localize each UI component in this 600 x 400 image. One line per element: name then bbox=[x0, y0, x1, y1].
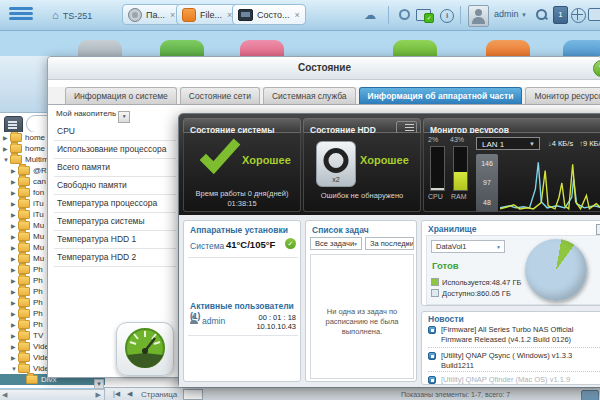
metric-row[interactable]: Температура HDD 2 bbox=[54, 249, 176, 267]
prev-page-icon[interactable]: ◀ bbox=[127, 390, 132, 398]
tab-0[interactable]: Информация о системе bbox=[65, 87, 177, 104]
expand-icon[interactable]: ▶ bbox=[3, 145, 10, 152]
expand-icon[interactable]: ▼ bbox=[3, 157, 10, 163]
news-item[interactable]: [Utility] QNAP Qfinder (Mac OS) v1.1.9 bbox=[428, 375, 600, 385]
resource-monitor-panel: Монитор ресурсов 2% CPU 43% RAM LAN 1 ▼ bbox=[423, 118, 600, 212]
expand-icon[interactable]: ▶ bbox=[11, 178, 18, 185]
desktop-app-icon[interactable] bbox=[486, 40, 530, 56]
list-status-text: Показаны элементы: 1-7, всего: 7 bbox=[401, 391, 510, 398]
tab-4[interactable]: Монитор ресурсов bbox=[525, 87, 600, 104]
expand-icon[interactable]: ▼ bbox=[11, 366, 18, 372]
folder-icon bbox=[18, 177, 30, 186]
folder-name: Mu bbox=[33, 254, 44, 263]
scroll-left-icon[interactable]: ◀ bbox=[2, 391, 7, 399]
expand-icon[interactable]: ▶ bbox=[11, 211, 18, 218]
main-menu-icon[interactable] bbox=[9, 7, 33, 22]
bandwidth-graph bbox=[500, 154, 600, 212]
external-device-icon[interactable]: ✓ bbox=[416, 9, 431, 21]
expand-icon[interactable]: ▶ bbox=[11, 167, 18, 174]
expand-icon[interactable]: ▶ bbox=[11, 189, 18, 196]
expand-icon[interactable]: ▶ bbox=[11, 288, 18, 295]
metric-row[interactable]: Температура процессора bbox=[54, 195, 176, 213]
active-user-name[interactable]: admin bbox=[202, 316, 225, 326]
resource-monitor-app-icon[interactable] bbox=[116, 322, 174, 376]
folder-name: home bbox=[25, 144, 45, 153]
home-device-button[interactable]: ⌂TS-251 bbox=[52, 6, 92, 24]
myqnapcloud-icon[interactable]: ☁ bbox=[362, 8, 378, 22]
metric-row[interactable]: Свободно памяти bbox=[54, 177, 176, 195]
first-page-icon[interactable]: |◀ bbox=[113, 390, 120, 398]
expand-icon[interactable]: ▶ bbox=[11, 266, 18, 273]
expand-icon[interactable]: ▶ bbox=[11, 310, 18, 317]
dashboard-icon[interactable]: 1 bbox=[553, 6, 568, 24]
desktop-app-icon[interactable] bbox=[563, 40, 600, 56]
expand-icon[interactable]: ▶ bbox=[11, 277, 18, 284]
tab-2[interactable]: Системная служба bbox=[263, 87, 356, 104]
search-icon[interactable] bbox=[536, 9, 548, 21]
open-app-tab-control-panel[interactable]: Па... × bbox=[122, 4, 181, 25]
folder-icon bbox=[18, 298, 30, 307]
expand-icon[interactable]: ▶ bbox=[11, 222, 18, 229]
expand-icon[interactable]: ▶ bbox=[11, 321, 18, 328]
language-icon[interactable] bbox=[571, 8, 586, 23]
expand-icon[interactable]: ▶ bbox=[11, 332, 18, 339]
tab-1[interactable]: Состояние сети bbox=[180, 87, 260, 104]
tree-scroll-down-icon[interactable]: ▼ bbox=[94, 379, 104, 389]
used-legend-swatch bbox=[431, 278, 439, 286]
folder-name: can bbox=[33, 177, 46, 186]
folder-icon bbox=[18, 221, 30, 230]
news-item[interactable]: [Firmware] All Series Turbo NAS Official… bbox=[428, 325, 600, 344]
task-type-filter[interactable]: Все задачи▼ bbox=[310, 237, 362, 250]
background-tasks-icon[interactable] bbox=[399, 9, 410, 20]
expand-icon[interactable]: ▶ bbox=[11, 200, 18, 207]
metric-row[interactable]: CPU bbox=[54, 123, 176, 141]
news-item[interactable]: [Utility] QNAP Qsync ( Windows) v1.3.3 B… bbox=[428, 351, 600, 370]
expand-icon[interactable]: ▶ bbox=[11, 255, 18, 262]
dashboard-overlay: Состояние системы Хорошее Время работы 0… bbox=[178, 113, 600, 388]
metric-row[interactable]: Использование процессора bbox=[54, 141, 176, 159]
volume-select[interactable]: DataVol1▼ bbox=[431, 240, 505, 253]
user-menu[interactable]: admin ▼ bbox=[494, 9, 527, 19]
folder-name: Ph bbox=[33, 309, 43, 318]
expand-icon[interactable]: ▶ bbox=[3, 134, 10, 141]
folder-name: Mu bbox=[33, 232, 44, 241]
tree-horizontal-scrollbar[interactable]: ◀ ▶ bbox=[0, 389, 104, 400]
folder-icon bbox=[10, 155, 22, 164]
uptime-text: Время работы 0 дня(дней) 01:38:15 bbox=[184, 189, 300, 208]
scroll-right-icon[interactable]: ▶ bbox=[96, 391, 101, 399]
horizontal-scrollbar-thumb[interactable] bbox=[581, 390, 599, 400]
lan-dropdown[interactable]: LAN 1 ▼ bbox=[476, 137, 540, 150]
window-titlebar[interactable]: Состояние bbox=[48, 57, 600, 80]
desktop-app-icon[interactable] bbox=[78, 40, 122, 56]
storage-card: Хранилище DataVol1▼ Готов Используется:4… bbox=[421, 220, 600, 306]
chevron-down-icon: ▼ bbox=[521, 12, 527, 18]
tab-3[interactable]: Информация об аппаратной части bbox=[359, 87, 523, 104]
open-app-tab-system-status[interactable]: Состо... × bbox=[232, 4, 306, 25]
hdd-icon: x2 bbox=[316, 141, 356, 187]
metric-row[interactable]: Всего памяти bbox=[54, 159, 176, 177]
info-icon[interactable]: i bbox=[440, 9, 454, 23]
expand-icon[interactable]: ▶ bbox=[11, 354, 18, 361]
expand-icon[interactable]: ▶ bbox=[11, 233, 18, 240]
page-number-input[interactable] bbox=[183, 389, 203, 400]
metric-row[interactable]: Температура системы bbox=[54, 213, 176, 231]
desktop-app-icon[interactable] bbox=[160, 40, 204, 56]
expand-icon[interactable]: ▶ bbox=[11, 299, 18, 306]
expand-icon[interactable]: ▶ bbox=[11, 343, 18, 350]
volume-dropdown[interactable]: Мой накопитель▼ bbox=[56, 109, 130, 122]
task-period-filter[interactable]: За последни...▼ bbox=[365, 237, 414, 250]
user-avatar[interactable] bbox=[468, 5, 489, 27]
dashboard-light-zone: Аппаратные установки Система 41°C/105°F … bbox=[179, 215, 600, 387]
open-app-tab-file-station[interactable]: File... × bbox=[176, 4, 238, 25]
desktop-preference-icon[interactable] bbox=[588, 8, 600, 21]
user-icon bbox=[190, 315, 198, 324]
desktop-app-icon[interactable] bbox=[240, 40, 284, 56]
close-tab-icon[interactable]: × bbox=[170, 10, 175, 20]
cpu-gauge bbox=[430, 146, 445, 191]
close-tab-icon[interactable]: × bbox=[295, 10, 300, 20]
expand-icon[interactable]: ▶ bbox=[11, 244, 18, 251]
desktop-app-icon[interactable] bbox=[393, 40, 437, 56]
metric-row[interactable]: Температура HDD 1 bbox=[54, 231, 176, 249]
top-bar: ⌂TS-251 Па... × File... × Состо... × ☁ ✓… bbox=[0, 0, 600, 31]
storage-settings-icon[interactable] bbox=[596, 224, 600, 235]
